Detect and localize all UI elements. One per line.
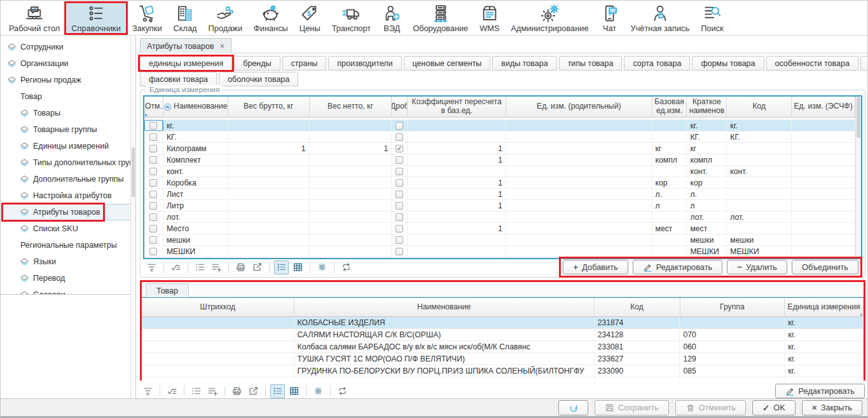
refresh-button[interactable] (558, 400, 588, 415)
column-header-parent[interactable]: Ед. изм. (родительный) (506, 97, 652, 117)
save-button[interactable]: Сохранить (595, 400, 669, 415)
subtab-shells[interactable]: оболочки товара (219, 72, 298, 86)
list-view-toolbar-button[interactable] (270, 384, 285, 398)
column-header-name[interactable]: Наименование (294, 298, 595, 316)
column-header-short[interactable]: Краткое наименов (687, 97, 727, 117)
column-header-unit[interactable]: Единица измерения (785, 298, 864, 316)
merge-button[interactable]: Объединить (792, 260, 858, 274)
row-checkbox[interactable] (149, 236, 157, 244)
sidebar-item-dictionaries[interactable]: Словари (1, 287, 135, 295)
scrollbar-thumb[interactable] (857, 97, 860, 138)
toolbar-item-chat[interactable]: Чат (595, 2, 625, 34)
export-toolbar-button[interactable] (246, 384, 261, 398)
unit-row[interactable]: кг.кг.кг. (144, 120, 855, 131)
list-add-toolbar-button[interactable] (205, 384, 220, 398)
subtab-manufacturers[interactable]: производители (328, 56, 401, 71)
product-row[interactable]: КОЛБАСНЫЕ ИЗДЕЛИЯ231874кг. (142, 317, 864, 329)
product-row[interactable]: ГРУДИНКА ПО-БЕЛОРУСКИ В/У ПОРЦ.ПР.ИЗ ШПИ… (142, 365, 864, 377)
toolbar-item-warehouse[interactable]: Склад (168, 2, 203, 34)
subtab-countries[interactable]: страны (282, 56, 327, 71)
row-checkbox[interactable] (149, 213, 157, 221)
fraction-checkbox[interactable] (396, 122, 403, 130)
fraction-checkbox[interactable] (396, 213, 403, 221)
sidebar-item-extra-group-types[interactable]: Типы дополнительных групп (1, 154, 135, 171)
subtab-product-kinds[interactable]: виды товара (492, 56, 556, 71)
unit-row[interactable]: МЕШКИМЕШКИМЕШКИ (144, 246, 855, 257)
sidebar-item-attribute-setup[interactable]: Настройка атрибутов (1, 187, 135, 204)
product-row[interactable]: Колбаса салями БАРБАДОС в/у в/к в/с мясн… (142, 341, 864, 353)
toolbar-item-finance[interactable]: Финансы (248, 2, 294, 34)
sidebar-item-sku-lists[interactable]: Списки SKU (1, 220, 135, 237)
column-header-coef[interactable]: Коэффициент пересчета в баз.ед. (408, 97, 506, 117)
toolbar-item-search[interactable]: Поиск (695, 2, 729, 34)
sidebar-item-employees[interactable]: Сотрудники (1, 39, 135, 55)
settings-toolbar-button[interactable] (315, 260, 329, 274)
toolbar-item-prices[interactable]: $Цены (294, 2, 326, 34)
row-checkbox[interactable] (149, 122, 157, 130)
subtab-product-sorts[interactable]: сорта товара (624, 56, 690, 71)
subtab-product-packages[interactable]: упаковки товара (860, 56, 868, 71)
list-view-toolbar-button[interactable] (274, 260, 289, 274)
fraction-checkbox[interactable]: ✓ (396, 145, 403, 152)
fraction-checkbox[interactable] (396, 168, 403, 175)
tab-close-icon[interactable]: × (220, 41, 225, 51)
fraction-checkbox[interactable] (396, 191, 403, 198)
column-header-gross[interactable]: Вес брутто, кг (228, 97, 310, 117)
sidebar-item-product-groups[interactable]: Товарные группы (1, 121, 135, 138)
tab-product[interactable]: Товар (146, 283, 189, 297)
filter-toolbar-button[interactable] (141, 384, 155, 398)
row-checkbox[interactable] (149, 248, 157, 255)
scrollbar-thumb[interactable] (132, 147, 135, 197)
sidebar-item-measure-units[interactable]: Единицы измерений (1, 138, 135, 154)
fraction-checkbox[interactable] (396, 225, 403, 233)
toolbar-item-equipment[interactable]: Оборудование (407, 2, 474, 34)
toolbar-item-wms[interactable]: WMS (474, 2, 505, 34)
edit-product-button[interactable]: Редактировать (775, 384, 865, 398)
filter-toolbar-button[interactable] (144, 260, 159, 274)
product-row[interactable]: САЛЯМИ НАСТОЯЩАЯ С/К В/С(ОРША)234128070к… (142, 329, 864, 341)
toolbar-item-desktop[interactable]: Рабочий стол (3, 2, 65, 34)
unit-row[interactable]: Лист1л.л. (144, 189, 855, 200)
reload-toolbar-button[interactable] (335, 384, 350, 398)
fx-check-toolbar-button[interactable] (169, 260, 183, 274)
unit-row[interactable]: конт.конт.конт. (144, 166, 855, 177)
row-checkbox[interactable] (149, 133, 157, 141)
sidebar-item-regional-params[interactable]: Региональные параметры (1, 237, 135, 253)
toolbar-item-transport[interactable]: Транспорт (326, 2, 377, 34)
row-checkbox[interactable] (149, 202, 157, 210)
sidebar-item-extra-groups[interactable]: Дополнительные группы (1, 171, 135, 187)
num-list-toolbar-button[interactable] (193, 260, 207, 274)
row-checkbox[interactable] (149, 156, 157, 164)
delete-button[interactable]: −Удалить (727, 260, 787, 274)
column-header-group[interactable]: Группа (680, 298, 785, 316)
subtab-units[interactable]: единицы измерения (140, 56, 232, 71)
sidebar-item-sales-regions[interactable]: Регионы продаж (1, 72, 135, 88)
units-table-scrollbar[interactable] (855, 97, 861, 258)
unit-row[interactable]: КГ.КГ.КГ. (144, 131, 855, 143)
toolbar-item-directories[interactable]: Справочники (65, 2, 127, 34)
column-header-barcode[interactable]: Штрихкод (142, 298, 294, 316)
print-toolbar-button[interactable] (233, 260, 248, 274)
print-toolbar-button[interactable] (230, 384, 244, 398)
toolbar-item-sales[interactable]: Продажи (203, 2, 248, 34)
column-header-eschf[interactable]: Ед. изм. (ЭСЧФ) (792, 97, 855, 117)
num-list-toolbar-button[interactable] (189, 384, 203, 398)
unit-row[interactable]: лот.лот.лот. (144, 212, 855, 223)
sidebar-item-products[interactable]: Товары (1, 105, 135, 121)
sidebar-item-product[interactable]: Товар (1, 88, 135, 105)
list-add-toolbar-button[interactable] (209, 260, 224, 274)
subtab-price-segments[interactable]: ценовые сегменты (404, 56, 491, 71)
unit-row[interactable]: Килограмм11✓1кгкг (144, 143, 855, 154)
subtab-brands[interactable]: бренды (234, 56, 280, 71)
fraction-checkbox[interactable] (396, 236, 403, 244)
unit-row[interactable]: мешкимешкимешки (144, 234, 855, 246)
sidebar-item-product-attributes[interactable]: Атрибуты товаров (1, 204, 135, 220)
toolbar-item-account[interactable]: Учётная запись (625, 2, 696, 34)
grid-view-toolbar-button[interactable] (291, 260, 305, 274)
column-header-base[interactable]: Базовая ед.изм. (652, 97, 687, 117)
reload-toolbar-button[interactable] (339, 260, 354, 274)
row-checkbox[interactable] (149, 225, 157, 233)
toolbar-item-ved[interactable]: ВЭД (376, 2, 407, 34)
row-checkbox[interactable] (149, 168, 157, 175)
cancel-button[interactable]: Отменить (675, 400, 746, 415)
